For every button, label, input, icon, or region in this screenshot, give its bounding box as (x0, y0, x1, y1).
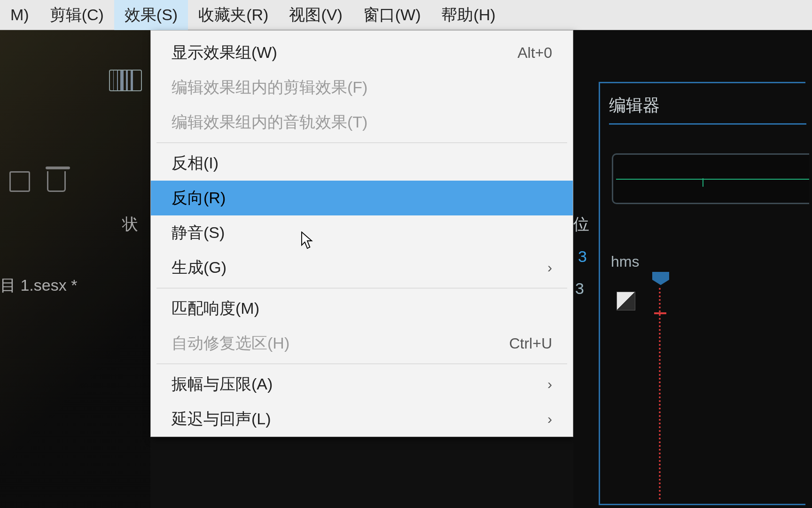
dd-label: 反相(I) (172, 152, 219, 174)
dd-separator (156, 288, 567, 288)
dd-label: 反向(R) (172, 187, 226, 209)
dd-generate[interactable]: 生成(G) › (151, 250, 573, 285)
content-area: 状 目 1.sesx * 显示效果组(W) Alt+0 编辑效果组内的剪辑效果(… (0, 30, 812, 508)
ruler-tick (654, 312, 666, 314)
dd-invert[interactable]: 反相(I) (151, 146, 573, 181)
dd-edit-track-effects: 编辑效果组内的音轨效果(T) (151, 105, 573, 140)
menubar: M) 剪辑(C) 效果(S) 收藏夹(R) 视图(V) 窗口(W) 帮助(H) (0, 0, 812, 30)
dd-show-effects-group[interactable]: 显示效果组(W) Alt+0 (151, 35, 573, 70)
status-label: 状 (122, 214, 138, 235)
dd-auto-heal: 自动修复选区(H) Ctrl+U (151, 326, 573, 361)
chevron-right-icon: › (538, 260, 552, 276)
file-label: 目 1.sesx * (0, 275, 77, 296)
editor-title-underline (609, 123, 806, 125)
dd-label: 自动修复选区(H) (172, 333, 289, 354)
dd-match-loudness[interactable]: 匹配响度(M) (151, 291, 573, 326)
menu-item-help[interactable]: 帮助(H) (431, 0, 506, 32)
effects-dropdown: 显示效果组(W) Alt+0 编辑效果组内的剪辑效果(F) 编辑效果组内的音轨效… (150, 30, 573, 437)
dd-shortcut: Alt+0 (517, 44, 552, 62)
menu-item-window[interactable]: 窗口(W) (353, 0, 431, 32)
dd-label: 编辑效果组内的音轨效果(T) (172, 111, 367, 133)
menu-item-favorites[interactable]: 收藏夹(R) (188, 0, 279, 32)
triangle-icon[interactable] (617, 292, 635, 310)
dd-label: 显示效果组(W) (172, 42, 277, 64)
chevron-right-icon: › (538, 411, 552, 427)
dd-label: 振幅与压限(A) (172, 373, 273, 395)
dd-label: 静音(S) (172, 222, 225, 244)
dd-amplitude-compression[interactable]: 振幅与压限(A) › (151, 367, 573, 402)
playhead-line (659, 288, 662, 500)
time-unit-label: hms (611, 253, 639, 270)
dd-edit-clip-effects: 编辑效果组内的剪辑效果(F) (151, 70, 573, 105)
left-background: 状 目 1.sesx * (0, 30, 150, 508)
menu-item-partial[interactable]: M) (0, 0, 39, 30)
dd-silence[interactable]: 静音(S) (151, 215, 573, 250)
dd-label: 编辑效果组内的剪辑效果(F) (172, 77, 367, 98)
dd-reverse[interactable]: 反向(R) (151, 181, 573, 215)
unit-label: 位 (573, 214, 589, 235)
menu-item-effects[interactable]: 效果(S) (114, 0, 188, 32)
dd-shortcut: Ctrl+U (509, 335, 552, 352)
dd-separator (156, 364, 567, 364)
menu-item-clip[interactable]: 剪辑(C) (39, 0, 114, 32)
editor-title: 编辑器 (609, 94, 660, 117)
dd-separator (156, 143, 567, 143)
trash-icon[interactable] (47, 171, 66, 192)
waveform-overview[interactable] (612, 153, 809, 204)
waveform-tick (703, 178, 703, 187)
waveform-icon[interactable] (109, 70, 142, 91)
waveform-midline (616, 179, 809, 180)
dd-label: 延迟与回声(L) (172, 408, 271, 430)
dd-label: 生成(G) (172, 257, 226, 278)
value-1: 3 (578, 247, 587, 266)
menu-item-view[interactable]: 视图(V) (279, 0, 352, 32)
dd-label: 匹配响度(M) (172, 298, 259, 319)
chevron-right-icon: › (538, 376, 552, 392)
value-2: 3 (575, 279, 584, 298)
dd-delay-echo[interactable]: 延迟与回声(L) › (151, 402, 573, 437)
editor-panel: 编辑器 位 3 hms 3 (573, 30, 812, 508)
adjust-icon[interactable] (9, 171, 30, 192)
